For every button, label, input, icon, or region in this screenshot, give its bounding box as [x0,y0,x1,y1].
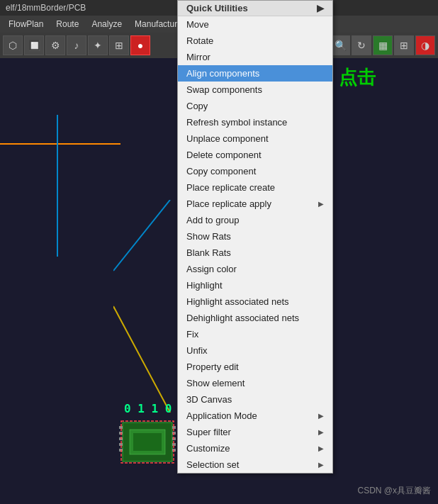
menu-item-align-components-label: Align components [186,68,259,79]
menu-item-property-edit-label: Property edit [186,362,239,372]
menu-item-assign-color[interactable]: Assign color [178,261,332,277]
menu-item-show-element-label: Show element [186,378,245,388]
menu-item-copy-label: Copy [186,101,208,111]
menu-item-align-components[interactable]: Align components [178,65,332,82]
toolbar-btn-3[interactable]: ⚙ [45,35,65,55]
menu-item-place-replicate-apply-label: Place replicate apply [186,198,271,209]
pcb-chip [119,419,176,465]
super-filter-arrow-icon: ▶ [318,428,324,436]
menu-item-copy[interactable]: Copy [178,98,332,114]
menu-item-application-mode[interactable]: Application Mode ▶ [178,408,332,424]
toolbar-btn-2[interactable]: 🔲 [24,35,44,55]
menu-item-place-replicate-create-label: Place replicate create [186,182,275,193]
toolbar-btn-5[interactable]: ✦ [88,35,108,55]
menu-flowplan[interactable]: FlowPlan [3,18,49,30]
menu-item-highlight-nets[interactable]: Highlight associated nets [178,293,332,310]
menu-item-highlight[interactable]: Highlight [178,277,332,293]
menu-item-3d-canvas[interactable]: 3D Canvas [178,391,332,408]
menu-item-add-to-group-label: Add to group [186,215,239,225]
menu-item-swap-components[interactable]: Swap components [178,82,332,98]
menu-item-highlight-nets-label: Highlight associated nets [186,296,289,307]
menu-item-highlight-label: Highlight [186,280,223,291]
menu-item-refresh-symbol-label: Refresh symbol instance [186,117,287,128]
application-mode-arrow-icon: ▶ [318,412,324,420]
toolbar-grid-icon[interactable]: ⊞ [394,35,414,55]
menu-item-selection-set[interactable]: Selection set ▶ [178,457,332,473]
menu-item-rotate[interactable]: Rotate [178,33,332,49]
menu-item-unfix[interactable]: Unfix [178,342,332,359]
menu-item-assign-color-label: Assign color [186,264,237,274]
menu-item-customize-label: Customize [186,443,230,454]
menu-item-place-replicate-create[interactable]: Place replicate create [178,179,332,196]
menu-item-delete[interactable]: Delete component [178,147,332,163]
menu-item-rotate-label: Rotate [186,35,213,46]
menu-item-delete-label: Delete component [186,150,262,160]
menu-item-unfix-label: Unfix [186,345,208,356]
menu-item-super-filter[interactable]: Super filter ▶ [178,424,332,440]
menu-item-mirror[interactable]: Mirror [178,49,332,65]
menu-item-show-rats-label: Show Rats [186,231,231,242]
menu-item-show-rats[interactable]: Show Rats [178,228,332,245]
menu-item-place-replicate-apply[interactable]: Place replicate apply ▶ [178,196,332,212]
menu-analyze[interactable]: Analyze [86,18,128,30]
watermark: CSDN @x具豆瓣酱 [357,485,431,497]
binary-text: 0 1 1 0 [124,402,172,415]
context-menu: Quick Utilities ▶ Move Rotate Mirror Ali… [177,0,333,474]
menu-item-super-filter-label: Super filter [186,427,231,437]
toolbar-layer-icon[interactable]: ▦ [373,35,393,55]
toolbar-btn-1[interactable]: ⬡ [3,35,23,55]
customize-arrow-icon: ▶ [318,444,324,452]
annotation-svg: 点击 [339,62,381,91]
menu-item-add-to-group[interactable]: Add to group [178,212,332,228]
pcb-line-blue-v [57,115,58,257]
menu-item-blank-rats[interactable]: Blank Rats [178,245,332,261]
menu-item-application-mode-label: Application Mode [186,410,257,421]
menu-item-fix[interactable]: Fix [178,326,332,342]
menu-item-property-edit[interactable]: Property edit [178,359,332,375]
svg-text:点击: 点击 [339,67,376,88]
menu-item-move-label: Move [186,19,209,30]
context-menu-header: Quick Utilities ▶ [178,1,332,16]
menu-item-3d-canvas-label: 3D Canvas [186,394,232,405]
menu-item-fix-label: Fix [186,329,198,340]
menu-route[interactable]: Route [50,18,84,30]
toolbar-color-icon[interactable]: ◑ [415,35,435,55]
toolbar-refresh-icon[interactable]: ↻ [352,35,371,55]
pcb-line-orange-h [0,143,120,145]
title-bar-text: elf/18mmBorder/PCB [6,3,86,13]
menu-item-unplace[interactable]: Unplace component [178,130,332,147]
svg-line-0 [113,306,170,413]
header-arrow-icon: ▶ [317,3,324,13]
menu-item-swap-components-label: Swap components [186,84,262,95]
toolbar-btn-6[interactable]: ⊞ [109,35,129,55]
menu-item-unplace-label: Unplace component [186,133,269,144]
menu-item-dehighlight-nets-label: Dehighlight associated nets [186,313,299,323]
menu-item-refresh-symbol[interactable]: Refresh symbol instance [178,114,332,130]
menu-item-blank-rats-label: Blank Rats [186,247,231,258]
menu-item-copy-component-label: Copy component [186,166,256,177]
toolbar-btn-4[interactable]: ♪ [67,35,86,55]
menu-item-move[interactable]: Move [178,16,332,33]
menu-item-selection-set-label: Selection set [186,459,239,470]
menu-item-dehighlight-nets[interactable]: Dehighlight associated nets [178,310,332,326]
toolbar-btn-7[interactable]: ● [130,35,150,55]
toolbar-search-icon[interactable]: 🔍 [330,35,350,55]
menu-item-copy-component[interactable]: Copy component [178,163,332,179]
menu-item-show-element[interactable]: Show element [178,375,332,391]
selection-set-arrow-icon: ▶ [318,461,324,469]
menu-item-mirror-label: Mirror [186,52,210,62]
menu-item-customize[interactable]: Customize ▶ [178,440,332,457]
svg-line-1 [113,200,170,271]
place-replicate-apply-arrow-icon: ▶ [318,200,324,208]
svg-rect-14 [133,433,162,451]
